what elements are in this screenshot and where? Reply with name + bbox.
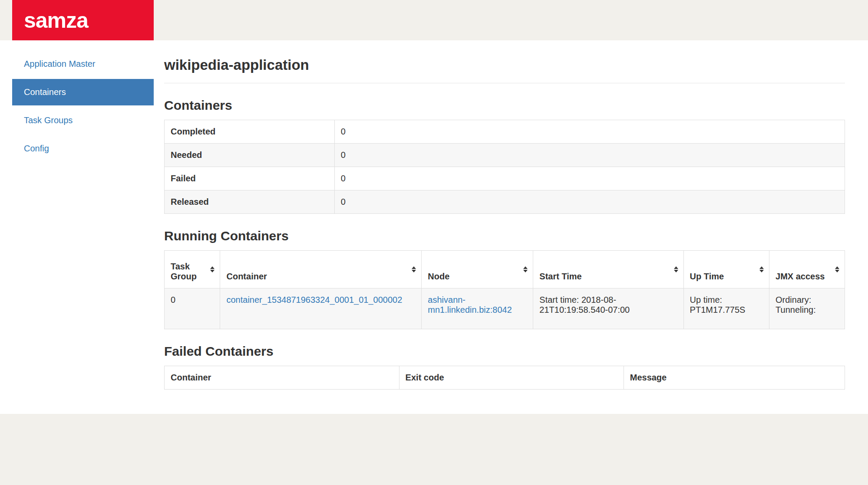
sidebar-item-containers[interactable]: Containers <box>12 79 154 105</box>
cell-jmx-access: Ordinary: Tunneling: <box>769 288 845 329</box>
running-col-node[interactable]: Node <box>422 251 533 288</box>
sort-icon[interactable] <box>674 266 678 272</box>
running-col-up-time[interactable]: Up Time <box>683 251 769 288</box>
title-divider <box>164 83 845 83</box>
column-label: Container <box>226 272 267 281</box>
running-containers-table: Task Group Container Node Start Tim <box>164 250 845 329</box>
sort-icon[interactable] <box>523 266 528 272</box>
running-col-jmx-access[interactable]: JMX access <box>769 251 845 288</box>
failed-containers-table: Container Exit code Message <box>164 366 845 390</box>
table-header-row: Task Group Container Node Start Tim <box>165 251 845 288</box>
table-header-row: Container Exit code Message <box>165 366 845 390</box>
column-label: Node <box>428 272 449 281</box>
failed-containers-heading: Failed Containers <box>164 344 845 359</box>
cell-node: ashivann-mn1.linkedin.biz:8042 <box>422 288 533 329</box>
failed-col-container: Container <box>165 366 399 390</box>
failed-col-message: Message <box>624 366 845 390</box>
container-link[interactable]: container_1534871963324_0001_01_000002 <box>226 295 402 305</box>
page-title: wikipedia-application <box>164 57 845 73</box>
main-panel: wikipedia-application Containers Complet… <box>164 51 845 390</box>
table-row: Needed 0 <box>165 144 845 167</box>
cell-up-time: Up time: PT1M17.775S <box>683 288 769 329</box>
sort-icon[interactable] <box>835 266 839 272</box>
summary-value-released: 0 <box>334 190 845 214</box>
running-containers-heading: Running Containers <box>164 229 845 243</box>
sidebar-item-task-groups[interactable]: Task Groups <box>12 107 154 134</box>
table-row: Completed 0 <box>165 120 845 144</box>
column-label: Start Time <box>539 272 581 281</box>
summary-label-released: Released <box>165 190 335 214</box>
containers-heading: Containers <box>164 98 845 113</box>
top-header: samza <box>0 0 868 40</box>
node-link[interactable]: ashivann-mn1.linkedin.biz:8042 <box>428 295 512 315</box>
column-label: JMX access <box>776 272 825 281</box>
table-row: Failed 0 <box>165 167 845 190</box>
summary-value-needed: 0 <box>334 144 845 167</box>
running-col-container[interactable]: Container <box>220 251 422 288</box>
sort-icon[interactable] <box>210 266 215 272</box>
sidebar: Application Master Containers Task Group… <box>12 51 154 390</box>
summary-label-failed: Failed <box>165 167 335 190</box>
running-col-task-group[interactable]: Task Group <box>165 251 220 288</box>
table-row: 0 container_1534871963324_0001_01_000002… <box>165 288 845 329</box>
column-label: Task Group <box>171 262 197 281</box>
page-footer <box>0 414 868 485</box>
sidebar-item-application-master[interactable]: Application Master <box>12 51 154 77</box>
sort-icon[interactable] <box>412 266 416 272</box>
summary-value-failed: 0 <box>334 167 845 190</box>
column-label: Up Time <box>690 272 724 281</box>
sort-icon[interactable] <box>759 266 764 272</box>
cell-container: container_1534871963324_0001_01_000002 <box>220 288 422 329</box>
summary-label-completed: Completed <box>165 120 335 144</box>
failed-col-exit-code: Exit code <box>399 366 624 390</box>
running-col-start-time[interactable]: Start Time <box>533 251 683 288</box>
cell-task-group: 0 <box>165 288 220 329</box>
cell-start-time: Start time: 2018-08-21T10:19:58.540-07:0… <box>533 288 683 329</box>
sidebar-item-config[interactable]: Config <box>12 135 154 162</box>
table-row: Released 0 <box>165 190 845 214</box>
content-area: Application Master Containers Task Group… <box>0 40 868 414</box>
summary-label-needed: Needed <box>165 144 335 167</box>
containers-summary-table: Completed 0 Needed 0 Failed 0 Released 0 <box>164 120 845 214</box>
summary-value-completed: 0 <box>334 120 845 144</box>
samza-logo[interactable]: samza <box>12 0 154 40</box>
